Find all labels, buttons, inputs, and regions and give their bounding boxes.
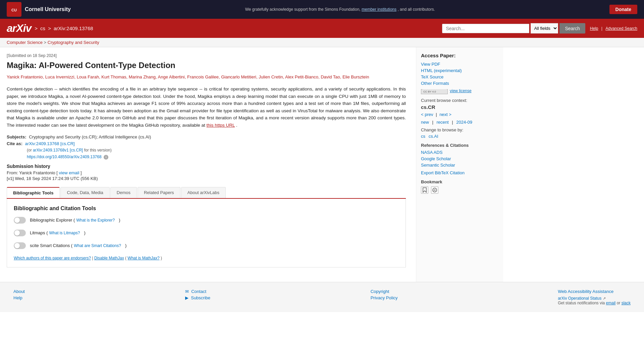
doi-link[interactable]: https://doi.org/10.48550/arXiv.2409.1376…	[7, 155, 102, 159]
refs-citations-title: References & Citations	[421, 143, 498, 148]
subnav-category-link[interactable]: Computer Science	[7, 40, 43, 45]
footer-accessibility-link[interactable]: Web Accessibility Assistance	[558, 289, 631, 294]
biblio-explorer-help-link[interactable]: What is the Explorer?	[76, 218, 115, 223]
authors: Yanick Fratantonio, Luca Invernizzi, Lou…	[7, 74, 406, 81]
biblio-explorer-toggle[interactable]	[14, 217, 26, 224]
tab-related-papers[interactable]: Related Papers	[138, 187, 180, 198]
cite-as-link[interactable]: arXiv:2409.13768 [cs.CR]	[25, 141, 75, 146]
footer-help-link[interactable]: Help	[13, 295, 25, 300]
browse-by-links: cs cs.AI	[421, 134, 498, 139]
subnav-subcategory-link[interactable]: Cryptography and Security	[48, 40, 99, 45]
author-kurt[interactable]: Kurt Thomas	[101, 74, 126, 79]
footer-copyright-link[interactable]: Copyright	[371, 289, 398, 294]
footer-accessibility-col: Web Accessibility Assistance arXiv Opera…	[558, 289, 631, 305]
litmaps-toggle[interactable]	[14, 230, 26, 236]
search-input[interactable]	[442, 24, 529, 33]
help-link[interactable]: Help	[590, 26, 598, 31]
author-giancarlo[interactable]: Giancarlo Metitieri	[221, 74, 256, 79]
browse-cs-link[interactable]: cs	[421, 134, 425, 139]
view-pdf-link[interactable]: View PDF	[421, 62, 498, 67]
doi-info-icon[interactable]: i	[104, 155, 108, 160]
nav-recent-link[interactable]: recent	[437, 120, 449, 125]
arxiv-operational-status-link[interactable]: arXiv Operational Status	[558, 296, 601, 301]
nav-prev-link[interactable]: < prev	[421, 112, 433, 117]
nasa-ads-link[interactable]: NASA ADS	[421, 150, 498, 155]
browse-cs-ai-link[interactable]: cs.AI	[429, 134, 438, 139]
author-david[interactable]: David Tao	[321, 74, 340, 79]
author-marina[interactable]: Marina Zhang	[129, 74, 156, 79]
footer-email-notifications-link[interactable]: email	[606, 301, 616, 305]
cite-version-link[interactable]: arXiv:2409.13768v1 [cs.CR]	[33, 148, 83, 153]
license-link[interactable]: view license	[450, 88, 472, 93]
author-loua[interactable]: Loua Farah	[77, 74, 99, 79]
top-support-text: We gratefully acknowledge support from t…	[245, 7, 435, 12]
footer-contact-link[interactable]: ✉ Contact	[185, 289, 210, 294]
scite-help-link[interactable]: What are Smart Citations?	[74, 243, 121, 248]
footer-about-link[interactable]: About	[13, 289, 25, 294]
submission-history-label: Submission history	[7, 164, 406, 169]
nav-new-link[interactable]: new	[421, 120, 429, 125]
search-button[interactable]: Search	[559, 23, 585, 34]
export-bibtex-link[interactable]: Export BibTeX Citation	[421, 170, 498, 175]
submission-history-section: Submission history From: Yanick Fratanto…	[7, 164, 406, 181]
disable-mathjax-link[interactable]: Disable MathJax	[94, 256, 124, 260]
nav-date-link[interactable]: 2024-09	[456, 120, 472, 125]
endorsers-link[interactable]: Which authors of this paper are endorser…	[14, 256, 91, 260]
member-institutions-link[interactable]: member institutions	[362, 7, 396, 12]
view-email-link[interactable]: view email	[59, 170, 79, 175]
top-bar: CU Cornell University We gratefully ackn…	[0, 0, 644, 19]
nav-next-link[interactable]: next >	[439, 112, 451, 117]
advanced-search-link[interactable]: Advanced Search	[605, 26, 637, 31]
tab-bibliographic-tools[interactable]: Bibliographic Tools	[7, 187, 60, 198]
litmaps-help-link[interactable]: What is Litmaps?	[49, 231, 80, 235]
what-mathjax-link[interactable]: What is MathJax?	[127, 256, 159, 260]
paper-content: [Submitted on 18 Sep 2024] Magika: AI-Po…	[0, 47, 416, 282]
tabs-row: Bibliographic Tools Code, Data, Media De…	[7, 187, 406, 199]
sidebar-nav-links: < prev | next >	[421, 112, 498, 117]
sidebar: Access Paper: View PDF HTML (experimenta…	[416, 47, 503, 282]
semantic-scholar-link[interactable]: Semantic Scholar	[421, 163, 498, 168]
tab-about-arxivlabs[interactable]: About arXivLabs	[181, 187, 226, 198]
author-elie[interactable]: Elie Bursztein	[342, 74, 369, 79]
browse-cs-cr: cs.CR	[421, 104, 498, 110]
author-julien[interactable]: Julien Cretin	[259, 74, 283, 79]
search-help: Help | Advanced Search	[590, 26, 637, 31]
donate-button[interactable]: Donate	[609, 5, 637, 14]
tex-source-link[interactable]: TeX Source	[421, 74, 498, 79]
html-experimental-link[interactable]: HTML (experimental)	[421, 68, 498, 73]
tab-demos[interactable]: Demos	[110, 187, 137, 198]
footer-privacy-link[interactable]: Privacy Policy	[371, 295, 398, 300]
cite-as-row: Cite as: arXiv:2409.13768 [cs.CR]	[7, 141, 406, 146]
submission-from: From: Yanick Fratantonio [ view email ]	[7, 170, 406, 175]
submitted-date: [Submitted on 18 Sep 2024]	[7, 53, 406, 58]
search-field-select[interactable]: All fields Title Author Abstract Subject…	[531, 23, 558, 34]
bookmark-icon-1[interactable]	[421, 186, 428, 194]
author-yanick[interactable]: Yanick Fratantonio	[7, 74, 43, 79]
tab-code-data-media[interactable]: Code, Data, Media	[60, 187, 109, 198]
bookmark-icon-2[interactable]: R	[431, 186, 438, 194]
sidebar-nav-new-recent: new | recent | 2024-09	[421, 120, 498, 125]
footer-slack-notifications-link[interactable]: slack	[622, 301, 631, 305]
author-alex[interactable]: Alex Petit-Bianco	[285, 74, 318, 79]
svg-marker-4	[423, 188, 426, 192]
endorsers-row: Which authors of this paper are endorser…	[14, 256, 399, 260]
google-scholar-link[interactable]: Google Scholar	[421, 156, 498, 161]
author-luca[interactable]: Luca Invernizzi	[45, 74, 74, 79]
biblio-explorer-row: Bibliographic Explorer ( What is the Exp…	[14, 217, 399, 224]
tab-content-title: Bibliographic and Citation Tools	[14, 205, 399, 212]
breadcrumb-arxiv-link[interactable]: arXiv:2409.13768	[54, 25, 93, 31]
breadcrumb-cs-link[interactable]: cs	[40, 25, 45, 31]
footer-subscribe-link[interactable]: ▶ Subscribe	[185, 295, 210, 300]
search-input-wrap: All fields Title Author Abstract Subject…	[442, 23, 585, 34]
scite-toggle[interactable]	[14, 242, 26, 249]
subjects-row: Subjects: Cryptography and Security (cs.…	[7, 134, 406, 139]
author-ange[interactable]: Ange Albertini	[158, 74, 185, 79]
other-formats-link[interactable]: Other Formats	[421, 81, 498, 86]
abstract-link[interactable]: this https URL	[207, 123, 235, 128]
author-francois[interactable]: Francois Galilee	[187, 74, 219, 79]
svg-text:CC BY 4.0: CC BY 4.0	[423, 90, 436, 93]
footer-about-col: About Help	[13, 289, 25, 305]
scite-label: scite Smart Citations (	[30, 243, 72, 248]
litmaps-row: Litmaps ( What is Litmaps? )	[14, 230, 399, 236]
cite-version-row: (or arXiv:2409.13768v1 [cs.CR] for this …	[7, 148, 406, 153]
